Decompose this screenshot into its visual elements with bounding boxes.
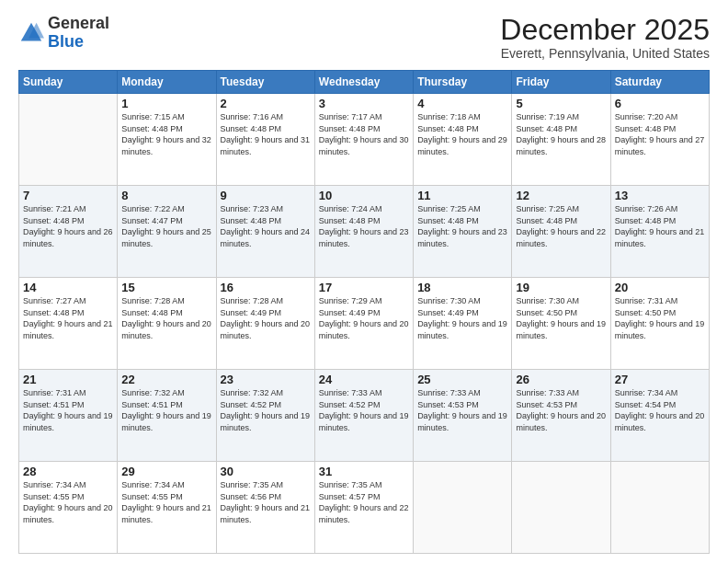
cell-1-6: 13Sunrise: 7:26 AM Sunset: 4:48 PM Dayli… — [610, 186, 709, 278]
header-sunday: Sunday — [19, 71, 118, 94]
day-number-8: 8 — [121, 189, 211, 202]
header-saturday: Saturday — [610, 71, 709, 94]
logo-general: General — [48, 14, 109, 32]
day-number-31: 31 — [319, 465, 409, 478]
day-info-29: Sunrise: 7:34 AM Sunset: 4:55 PM Dayligh… — [121, 479, 211, 525]
day-info-26: Sunrise: 7:33 AM Sunset: 4:53 PM Dayligh… — [516, 387, 606, 433]
day-number-26: 26 — [516, 373, 606, 386]
day-number-25: 25 — [417, 373, 507, 386]
day-info-17: Sunrise: 7:29 AM Sunset: 4:49 PM Dayligh… — [319, 295, 409, 341]
cell-3-0: 21Sunrise: 7:31 AM Sunset: 4:51 PM Dayli… — [19, 370, 118, 462]
day-info-9: Sunrise: 7:23 AM Sunset: 4:48 PM Dayligh… — [221, 203, 311, 249]
day-number-7: 7 — [23, 189, 113, 202]
cell-2-0: 14Sunrise: 7:27 AM Sunset: 4:48 PM Dayli… — [19, 278, 118, 370]
day-info-23: Sunrise: 7:32 AM Sunset: 4:52 PM Dayligh… — [221, 387, 311, 433]
cell-3-2: 23Sunrise: 7:32 AM Sunset: 4:52 PM Dayli… — [216, 370, 314, 462]
day-number-2: 2 — [221, 97, 311, 110]
day-number-19: 19 — [516, 281, 606, 294]
logo-icon — [18, 20, 44, 46]
day-info-10: Sunrise: 7:24 AM Sunset: 4:48 PM Dayligh… — [319, 203, 409, 249]
day-info-2: Sunrise: 7:16 AM Sunset: 4:48 PM Dayligh… — [221, 111, 311, 157]
cell-4-4 — [414, 462, 512, 554]
page: General Blue December 2025 Everett, Penn… — [0, 0, 728, 563]
day-info-15: Sunrise: 7:28 AM Sunset: 4:48 PM Dayligh… — [121, 295, 211, 341]
cell-0-4: 4Sunrise: 7:18 AM Sunset: 4:48 PM Daylig… — [414, 94, 512, 186]
month-title: December 2025 — [500, 15, 710, 44]
day-info-7: Sunrise: 7:21 AM Sunset: 4:48 PM Dayligh… — [23, 203, 113, 249]
day-number-22: 22 — [121, 373, 211, 386]
cell-2-1: 15Sunrise: 7:28 AM Sunset: 4:48 PM Dayli… — [118, 278, 216, 370]
header: General Blue December 2025 Everett, Penn… — [18, 15, 710, 61]
day-number-20: 20 — [615, 281, 705, 294]
header-tuesday: Tuesday — [216, 71, 314, 94]
cell-3-5: 26Sunrise: 7:33 AM Sunset: 4:53 PM Dayli… — [512, 370, 610, 462]
day-number-6: 6 — [615, 97, 705, 110]
day-info-12: Sunrise: 7:25 AM Sunset: 4:48 PM Dayligh… — [516, 203, 606, 249]
title-block: December 2025 Everett, Pennsylvania, Uni… — [500, 15, 710, 61]
day-number-13: 13 — [615, 189, 705, 202]
day-number-1: 1 — [121, 97, 211, 110]
day-info-31: Sunrise: 7:35 AM Sunset: 4:57 PM Dayligh… — [319, 479, 409, 525]
week-row-0: 1Sunrise: 7:15 AM Sunset: 4:48 PM Daylig… — [19, 94, 710, 186]
cell-4-6 — [610, 462, 709, 554]
day-number-23: 23 — [221, 373, 311, 386]
day-info-24: Sunrise: 7:33 AM Sunset: 4:52 PM Dayligh… — [319, 387, 409, 433]
logo: General Blue — [18, 15, 109, 52]
day-number-5: 5 — [516, 97, 606, 110]
day-number-24: 24 — [319, 373, 409, 386]
day-number-15: 15 — [121, 281, 211, 294]
day-info-19: Sunrise: 7:30 AM Sunset: 4:50 PM Dayligh… — [516, 295, 606, 341]
header-thursday: Thursday — [414, 71, 512, 94]
day-number-17: 17 — [319, 281, 409, 294]
day-number-27: 27 — [615, 373, 705, 386]
cell-3-3: 24Sunrise: 7:33 AM Sunset: 4:52 PM Dayli… — [314, 370, 413, 462]
cell-1-2: 9Sunrise: 7:23 AM Sunset: 4:48 PM Daylig… — [216, 186, 314, 278]
cell-0-5: 5Sunrise: 7:19 AM Sunset: 4:48 PM Daylig… — [512, 94, 610, 186]
day-number-12: 12 — [516, 189, 606, 202]
day-info-28: Sunrise: 7:34 AM Sunset: 4:55 PM Dayligh… — [23, 479, 113, 525]
day-number-30: 30 — [221, 465, 311, 478]
cell-1-1: 8Sunrise: 7:22 AM Sunset: 4:47 PM Daylig… — [118, 186, 216, 278]
week-row-1: 7Sunrise: 7:21 AM Sunset: 4:48 PM Daylig… — [19, 186, 710, 278]
cell-0-2: 2Sunrise: 7:16 AM Sunset: 4:48 PM Daylig… — [216, 94, 314, 186]
cell-1-5: 12Sunrise: 7:25 AM Sunset: 4:48 PM Dayli… — [512, 186, 610, 278]
calendar-header-row: Sunday Monday Tuesday Wednesday Thursday… — [19, 71, 710, 94]
day-number-16: 16 — [221, 281, 311, 294]
cell-3-1: 22Sunrise: 7:32 AM Sunset: 4:51 PM Dayli… — [118, 370, 216, 462]
location: Everett, Pennsylvania, United States — [500, 46, 710, 61]
day-number-11: 11 — [417, 189, 507, 202]
day-number-4: 4 — [417, 97, 507, 110]
cell-3-4: 25Sunrise: 7:33 AM Sunset: 4:53 PM Dayli… — [414, 370, 512, 462]
day-info-22: Sunrise: 7:32 AM Sunset: 4:51 PM Dayligh… — [121, 387, 211, 433]
cell-1-0: 7Sunrise: 7:21 AM Sunset: 4:48 PM Daylig… — [19, 186, 118, 278]
cell-4-3: 31Sunrise: 7:35 AM Sunset: 4:57 PM Dayli… — [314, 462, 413, 554]
day-info-16: Sunrise: 7:28 AM Sunset: 4:49 PM Dayligh… — [221, 295, 311, 341]
calendar-table: Sunday Monday Tuesday Wednesday Thursday… — [18, 70, 710, 554]
cell-0-0 — [19, 94, 118, 186]
header-friday: Friday — [512, 71, 610, 94]
day-number-18: 18 — [417, 281, 507, 294]
cell-4-5 — [512, 462, 610, 554]
day-number-10: 10 — [319, 189, 409, 202]
logo-blue: Blue — [48, 32, 84, 51]
cell-0-3: 3Sunrise: 7:17 AM Sunset: 4:48 PM Daylig… — [314, 94, 413, 186]
cell-2-5: 19Sunrise: 7:30 AM Sunset: 4:50 PM Dayli… — [512, 278, 610, 370]
day-info-21: Sunrise: 7:31 AM Sunset: 4:51 PM Dayligh… — [23, 387, 113, 433]
week-row-2: 14Sunrise: 7:27 AM Sunset: 4:48 PM Dayli… — [19, 278, 710, 370]
day-info-13: Sunrise: 7:26 AM Sunset: 4:48 PM Dayligh… — [615, 203, 705, 249]
day-number-28: 28 — [23, 465, 113, 478]
header-monday: Monday — [118, 71, 216, 94]
day-info-14: Sunrise: 7:27 AM Sunset: 4:48 PM Dayligh… — [23, 295, 113, 341]
cell-4-1: 29Sunrise: 7:34 AM Sunset: 4:55 PM Dayli… — [118, 462, 216, 554]
cell-2-2: 16Sunrise: 7:28 AM Sunset: 4:49 PM Dayli… — [216, 278, 314, 370]
day-info-1: Sunrise: 7:15 AM Sunset: 4:48 PM Dayligh… — [121, 111, 211, 157]
week-row-3: 21Sunrise: 7:31 AM Sunset: 4:51 PM Dayli… — [19, 370, 710, 462]
cell-1-3: 10Sunrise: 7:24 AM Sunset: 4:48 PM Dayli… — [314, 186, 413, 278]
day-info-20: Sunrise: 7:31 AM Sunset: 4:50 PM Dayligh… — [615, 295, 705, 341]
day-info-8: Sunrise: 7:22 AM Sunset: 4:47 PM Dayligh… — [121, 203, 211, 249]
day-info-4: Sunrise: 7:18 AM Sunset: 4:48 PM Dayligh… — [417, 111, 507, 157]
day-info-30: Sunrise: 7:35 AM Sunset: 4:56 PM Dayligh… — [221, 479, 311, 525]
cell-2-4: 18Sunrise: 7:30 AM Sunset: 4:49 PM Dayli… — [414, 278, 512, 370]
day-number-14: 14 — [23, 281, 113, 294]
header-wednesday: Wednesday — [314, 71, 413, 94]
